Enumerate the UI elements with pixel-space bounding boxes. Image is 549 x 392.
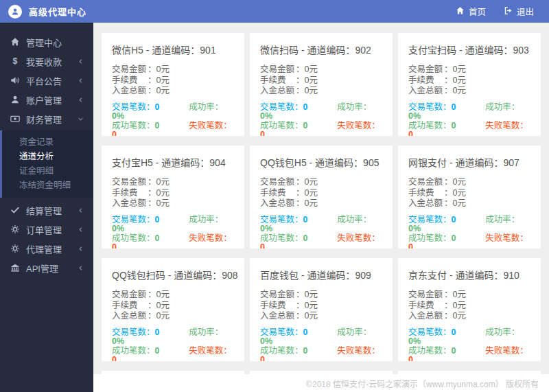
sidebar-item-label: 平台公告: [26, 74, 77, 87]
success-count: 成功笔数：0: [112, 234, 189, 244]
copyright-text: ©2018 信恒支付-云码之家演示（www.myunma.com） 版权所有: [306, 378, 539, 389]
sidebar-item[interactable]: 结算管理: [0, 200, 93, 220]
amount-row: 交易金额：0元: [408, 290, 530, 301]
fee-row: 手续费：0元: [408, 188, 530, 199]
success-rate-label: 成功率：: [485, 216, 519, 225]
amount-row: 交易金额：0元: [260, 290, 382, 301]
sidebar-item-label: 财务管理: [26, 113, 77, 126]
fail-count-label: 失败笔数：: [485, 122, 528, 131]
fee-value: 0元: [156, 188, 170, 199]
fee-label: 手续费: [260, 301, 296, 312]
amount-label: 交易金额: [408, 290, 444, 301]
channel-card-title: 支付宝扫码 - 通道编码：903: [408, 43, 530, 56]
sidebar-item[interactable]: 平台公告: [0, 71, 93, 90]
success-count: 成功笔数：0: [112, 347, 189, 356]
fail-count-label: 失败笔数：: [189, 122, 232, 131]
amount-row: 交易金额：0元: [112, 65, 234, 76]
sidebar-item[interactable]: $我要收款: [0, 51, 93, 71]
total-label: 入金总额: [112, 86, 148, 97]
bank-icon: [10, 263, 20, 273]
stats-block: 交易笔数：0 成功率： 0% 成功笔数：0 失败笔数： 0: [260, 216, 382, 249]
success-rate-label: 成功率：: [189, 328, 223, 338]
txn-count: 交易笔数：0: [260, 216, 337, 225]
success-count: 成功笔数：0: [408, 347, 485, 356]
txn-count: 交易笔数：0: [408, 103, 485, 113]
fee-value: 0元: [305, 188, 318, 199]
nav-logout[interactable]: 退出: [504, 5, 534, 18]
total-value: 0元: [305, 311, 318, 322]
fail-count-value: 0: [408, 243, 413, 249]
fail-count-label: 失败笔数：: [189, 347, 232, 356]
channel-card: 支付宝扫码 - 通道编码：903 交易金额：0元 手续费：0元 入金总额：0元 …: [398, 33, 541, 136]
channel-card-title: 微信扫码 - 通道编码：902: [260, 43, 382, 56]
total-label: 入金总额: [408, 86, 444, 97]
sidebar-item-label: 订单管理: [26, 223, 77, 236]
app-title: 高级代理中心: [29, 5, 86, 18]
success-rate-value: 0%: [112, 224, 124, 234]
amount-value: 0元: [156, 65, 170, 76]
amount-row: 交易金额：0元: [260, 65, 382, 76]
channel-card: 支付宝H5 - 通道编码：904 交易金额：0元 手续费：0元 入金总额：0元 …: [102, 146, 244, 249]
dollar-icon: $: [10, 56, 20, 66]
sidebar-item[interactable]: 管理中心: [0, 32, 93, 51]
nav-home[interactable]: 首页: [456, 5, 486, 18]
success-rate-value: 0%: [260, 337, 272, 347]
fee-value: 0元: [453, 301, 466, 312]
fee-row: 手续费：0元: [260, 76, 382, 87]
txn-count: 交易笔数：0: [260, 103, 337, 113]
channel-card: QQ钱包H5 - 通道编码：905 交易金额：0元 手续费：0元 入金总额：0元…: [250, 146, 393, 249]
cogs-icon: [10, 244, 20, 253]
fee-value: 0元: [305, 76, 318, 87]
success-count: 成功笔数：0: [260, 234, 337, 244]
svg-text:$: $: [13, 56, 18, 66]
success-rate-value: 0%: [408, 337, 421, 347]
stats-block: 交易笔数：0 成功率： 0% 成功笔数：0 失败笔数： 0: [408, 328, 530, 362]
fee-row: 手续费：0元: [408, 301, 530, 312]
amount-row: 交易金额：0元: [112, 177, 234, 188]
sidebar-item[interactable]: 代理管理: [0, 239, 93, 258]
success-count: 成功笔数：0: [408, 122, 485, 131]
fail-count-label: 失败笔数：: [485, 234, 528, 244]
fee-label: 手续费: [112, 188, 148, 199]
fee-label: 手续费: [408, 76, 444, 87]
footer: ©2018 信恒支付-云码之家演示（www.myunma.com） 版权所有: [93, 374, 549, 392]
fail-count-value: 0: [408, 130, 413, 136]
sidebar-item-label: 代理管理: [26, 242, 77, 255]
fail-count-value: 0: [260, 356, 265, 361]
amount-value: 0元: [156, 290, 170, 301]
amount-label: 交易金额: [408, 65, 444, 76]
chevron-left-icon: [77, 58, 84, 65]
amount-label: 交易金额: [408, 177, 444, 188]
user-icon: [10, 95, 20, 104]
fee-label: 手续费: [408, 188, 444, 199]
amount-label: 交易金额: [112, 290, 148, 301]
channel-card: QQ钱包扫码 - 通道编码：908 交易金额：0元 手续费：0元 入金总额：0元…: [102, 258, 244, 361]
submenu: 资金记录通道分析证金明细冻结资金明细: [0, 130, 93, 198]
chevron-left-icon: [77, 226, 84, 233]
fee-label: 手续费: [112, 76, 148, 87]
total-label: 入金总额: [260, 198, 296, 209]
stats-block: 交易笔数：0 成功率： 0% 成功笔数：0 失败笔数： 0: [260, 328, 382, 362]
total-label: 入金总额: [112, 311, 148, 322]
sidebar-item[interactable]: API管理: [0, 258, 93, 277]
stats-block: 交易笔数：0 成功率： 0% 成功笔数：0 失败笔数： 0: [112, 328, 234, 362]
fail-count-value: 0: [112, 130, 117, 136]
success-rate-label: 成功率：: [189, 216, 223, 225]
txn-count: 交易笔数：0: [112, 216, 189, 225]
amount-value: 0元: [156, 177, 170, 188]
submenu-item[interactable]: 资金记录: [2, 135, 93, 150]
total-value: 0元: [156, 86, 170, 97]
fee-value: 0元: [453, 76, 466, 87]
avatar: [8, 5, 22, 19]
amount-row: 交易金额：0元: [112, 290, 234, 301]
success-count: 成功笔数：0: [260, 122, 337, 131]
sidebar-item[interactable]: 财务管理: [0, 109, 93, 128]
fail-count-label: 失败笔数：: [189, 234, 232, 244]
submenu-item-active[interactable]: 通道分析: [2, 150, 93, 164]
user-icon: [11, 8, 19, 16]
submenu-item[interactable]: 冻结资金明细: [2, 178, 93, 193]
sidebar-item[interactable]: 订单管理: [0, 220, 93, 239]
sidebar-item[interactable]: 账户管理: [0, 90, 93, 109]
submenu-item[interactable]: 证金明细: [2, 164, 93, 178]
success-rate-value: 0%: [408, 224, 421, 234]
